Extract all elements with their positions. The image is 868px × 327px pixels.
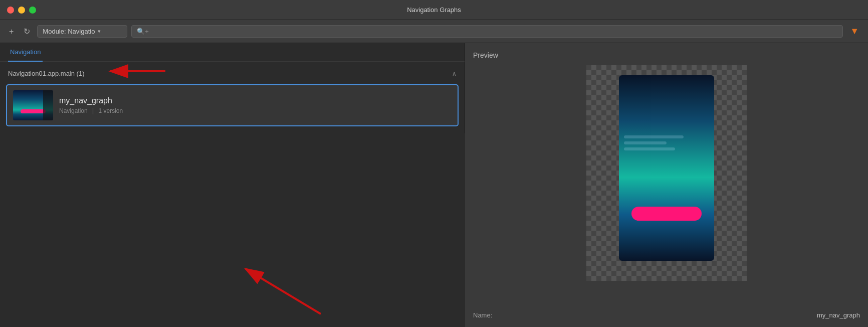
maximize-button[interactable]	[29, 7, 36, 14]
nav-item-meta: Navigation | 1 version	[59, 107, 452, 114]
phone-pink-bar	[631, 207, 702, 221]
collapse-icon[interactable]: ∧	[452, 70, 457, 77]
tabs-bar: Navigation	[0, 43, 465, 62]
refresh-button[interactable]: ↻	[21, 25, 33, 38]
phone-text-line-3	[624, 147, 675, 150]
module-dropdown[interactable]: Module: Navigatio ▾	[37, 25, 127, 38]
phone-screen	[619, 75, 714, 261]
nav-item-name: my_nav_graph	[59, 96, 452, 105]
preview-name-row: Name: my_nav_graph	[473, 311, 860, 319]
right-panel: Preview Name: my_nav_graph	[465, 43, 868, 327]
group-title: Navigation01.app.main (1)	[8, 70, 84, 77]
group-header: Navigation01.app.main (1) ∧	[0, 66, 465, 81]
window-controls	[7, 7, 36, 14]
nav-item-version: 1 version	[99, 107, 123, 114]
nav-item[interactable]: my_nav_graph Navigation | 1 version	[6, 84, 459, 126]
main-layout: Navigation Navigation01.app.main (1) ∧	[0, 43, 868, 327]
phone-text-line-1	[624, 135, 684, 138]
minimize-button[interactable]	[18, 7, 25, 14]
thumbnail-gradient	[13, 90, 53, 120]
search-bar: 🔍+	[131, 25, 843, 38]
preview-phone	[619, 75, 714, 261]
preview-image-wrap	[473, 65, 860, 306]
phone-text-overlay	[624, 135, 709, 153]
separator: |	[92, 107, 94, 114]
svg-line-3	[246, 269, 321, 314]
thumbnail-pink-bar	[21, 109, 46, 113]
checkerboard-background	[586, 65, 747, 281]
tab-navigation[interactable]: Navigation	[8, 43, 43, 62]
filter-button[interactable]: ▼	[847, 24, 862, 39]
window-title: Navigation Graphs	[407, 6, 461, 14]
preview-name-label: Name:	[473, 311, 492, 319]
module-label: Module: Navigatio	[43, 28, 95, 35]
left-panel: Navigation Navigation01.app.main (1) ∧	[0, 43, 465, 133]
preview-title: Preview	[473, 51, 860, 59]
list-area: Navigation01.app.main (1) ∧ my_nav_graph…	[0, 62, 465, 133]
preview-name-value: my_nav_graph	[817, 311, 860, 319]
filter-icon: ▼	[850, 26, 859, 36]
title-bar: Navigation Graphs	[0, 0, 868, 20]
thumbnail-dark-overlay	[43, 90, 53, 120]
search-input[interactable]	[152, 28, 837, 35]
toolbar: + ↻ Module: Navigatio ▾ 🔍+ ▼	[0, 20, 868, 43]
phone-text-line-2	[624, 141, 667, 144]
nav-item-info: my_nav_graph Navigation | 1 version	[59, 96, 452, 114]
search-icon: 🔍+	[137, 28, 149, 35]
dropdown-arrow-icon: ▾	[98, 28, 101, 35]
left-panel-wrapper: Navigation Navigation01.app.main (1) ∧	[0, 43, 465, 327]
nav-item-thumbnail	[13, 90, 53, 120]
close-button[interactable]	[7, 7, 14, 14]
add-button[interactable]: +	[6, 25, 17, 38]
nav-item-type: Navigation	[59, 107, 88, 114]
